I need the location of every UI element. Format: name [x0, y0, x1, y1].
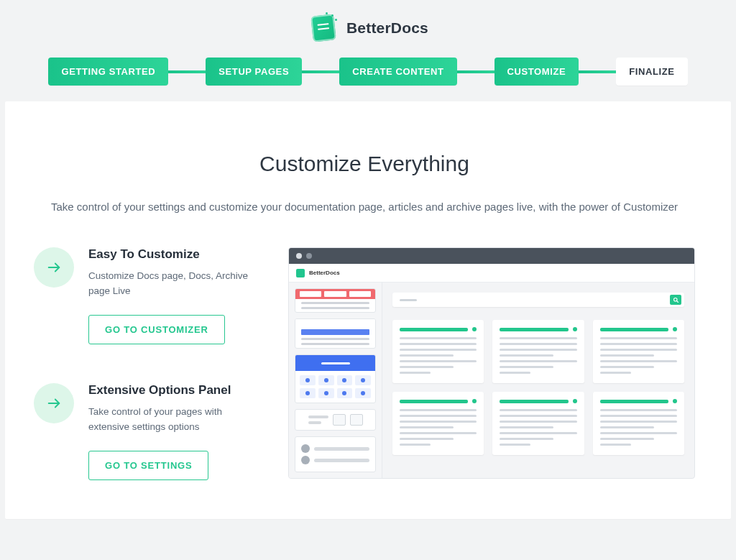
preview-doc-card — [593, 392, 684, 455]
preview-search-bar — [392, 293, 684, 307]
step-connector — [579, 70, 616, 73]
feature-options-panel: Extensive Options Panel Take control of … — [34, 383, 264, 480]
customizer-preview: BetterDocs — [288, 247, 695, 479]
preview-window-chrome — [289, 248, 694, 264]
preview-brand-icon — [296, 269, 305, 277]
feature-desc: Customize Docs page, Docs, Archive page … — [88, 269, 264, 299]
step-setup-pages[interactable]: SETUP PAGES — [206, 58, 302, 86]
content-panel: Customize Everything Take control of you… — [5, 101, 731, 519]
arrow-right-icon — [34, 247, 74, 288]
step-getting-started[interactable]: GETTING STARTED — [48, 58, 168, 86]
feature-title: Extensive Options Panel — [88, 383, 264, 398]
preview-doc-card — [593, 320, 684, 383]
feature-title: Easy To Customize — [88, 247, 264, 262]
preview-template-card — [295, 318, 376, 349]
go-to-settings-button[interactable]: GO TO SETTINGS — [88, 451, 208, 480]
step-customize[interactable]: CUSTOMIZE — [494, 58, 579, 86]
preview-control-row — [295, 409, 376, 431]
wizard-stepper: GETTING STARTED SETUP PAGES CREATE CONTE… — [0, 53, 736, 101]
preview-doc-card — [392, 320, 484, 383]
preview-template-list — [289, 283, 382, 478]
preview-doc-card — [392, 392, 484, 455]
preview-header: BetterDocs — [289, 264, 694, 283]
step-connector — [457, 70, 494, 73]
step-connector — [168, 70, 206, 73]
page-title: Customize Everything — [34, 152, 695, 176]
step-connector — [302, 70, 339, 73]
preview-doc-card — [492, 320, 584, 383]
step-finalize[interactable]: FINALIZE — [616, 58, 687, 86]
go-to-customizer-button[interactable]: GO TO CUSTOMIZER — [88, 315, 225, 344]
preview-brand-text: BetterDocs — [309, 270, 340, 276]
preview-doc-card — [492, 392, 584, 455]
preview-control-sliders — [295, 436, 376, 472]
preview-main — [382, 283, 694, 478]
brand-name: BetterDocs — [346, 19, 428, 37]
page-subtitle: Take control of your settings and custom… — [34, 196, 695, 217]
arrow-right-icon — [34, 383, 74, 423]
feature-easy-customize: Easy To Customize Customize Docs page, D… — [34, 247, 264, 344]
brand-logo: BetterDocs — [0, 7, 736, 53]
svg-line-3 — [676, 300, 678, 302]
brand-logo-mark — [308, 13, 338, 43]
preview-template-card — [295, 288, 376, 313]
preview-template-card — [295, 354, 376, 403]
feature-desc: Take control of your pages with extensiv… — [88, 405, 264, 435]
step-create-content[interactable]: CREATE CONTENT — [339, 58, 456, 86]
search-icon — [670, 295, 681, 305]
